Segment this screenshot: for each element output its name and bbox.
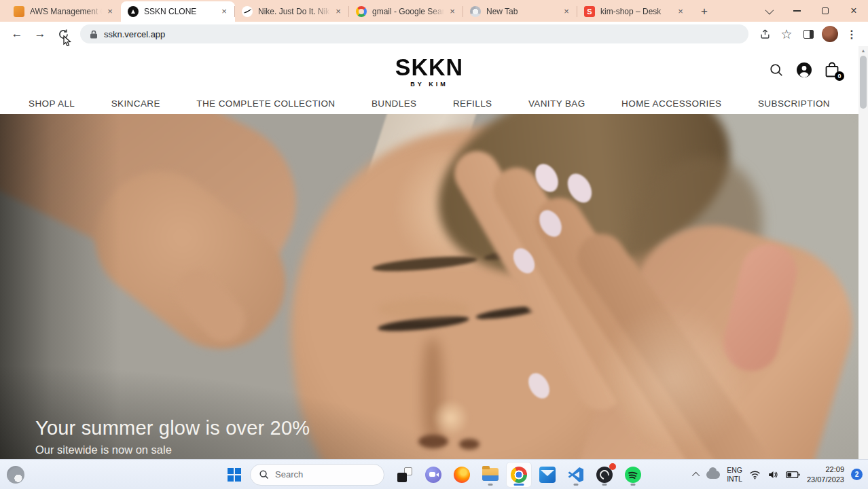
onedrive-icon[interactable]	[706, 471, 720, 479]
aws-icon	[14, 6, 24, 17]
tab-close-icon[interactable]: ×	[675, 6, 686, 17]
tab-sskn-clone[interactable]: SSKN CLONE ×	[121, 1, 235, 22]
logo-subtext: BY KIM	[0, 81, 858, 88]
tab-title: New Tab	[486, 7, 558, 16]
account-icon[interactable]	[795, 61, 813, 79]
windows-logo-icon	[228, 468, 241, 482]
vscode-icon[interactable]	[564, 463, 588, 487]
clock[interactable]: 22:09 23/07/2023	[807, 465, 844, 484]
share-icon[interactable]	[755, 24, 774, 43]
cart-count-badge: 0	[835, 71, 844, 81]
tab-close-icon[interactable]: ×	[219, 6, 230, 17]
chrome-app-icon[interactable]	[507, 463, 531, 487]
browser-tab-bar: AWS Management Co × SSKN CLONE × Nike. J…	[0, 0, 868, 22]
lang-line2: INTL	[727, 475, 742, 483]
tab-close-icon[interactable]: ×	[105, 6, 115, 17]
tray-date: 23/07/2023	[807, 475, 844, 484]
taskbar-search[interactable]: Search	[250, 464, 384, 486]
tab-title: kim-shop – Desk	[600, 7, 672, 16]
system-tray: ENG INTL 22:09 23/07/2023 2	[694, 460, 863, 489]
tab-gmail-search[interactable]: gmail - Google Search ×	[349, 1, 463, 22]
obs-notification-dot	[609, 463, 616, 470]
scrollbar-thumb[interactable]	[860, 56, 867, 109]
nav-refills[interactable]: REFILLS	[453, 98, 492, 109]
forward-button[interactable]: →	[31, 24, 50, 43]
lang-line1: ENG	[727, 466, 742, 474]
page-content: SKKN BY KIM 0 SHOP ALL SKINCARE THE COMP…	[0, 46, 858, 489]
tab-title: SSKN CLONE	[144, 7, 216, 16]
site-logo[interactable]: SKKN BY KIM	[0, 56, 858, 88]
desktop: AWS Management Co × SSKN CLONE × Nike. J…	[0, 0, 868, 489]
file-explorer-icon[interactable]	[478, 463, 503, 487]
obs-icon[interactable]	[592, 463, 617, 487]
tab-aws-management[interactable]: AWS Management Co ×	[7, 1, 121, 22]
maximize-button[interactable]	[811, 0, 839, 22]
spotify-icon[interactable]	[621, 463, 645, 487]
search-label: Search	[275, 469, 303, 479]
close-window-button[interactable]: ×	[839, 0, 868, 22]
start-button[interactable]	[223, 463, 246, 486]
tab-new-tab[interactable]: New Tab ×	[463, 1, 577, 22]
nav-shop-all[interactable]: SHOP ALL	[29, 98, 75, 109]
hero-image: Your summer glow is over 20% Our sitewid…	[0, 114, 858, 489]
tab-search-chevron-icon[interactable]	[754, 0, 782, 22]
cart-bag-icon[interactable]: 0	[823, 61, 841, 79]
nike-icon	[242, 6, 253, 17]
main-navigation: SHOP ALL SKINCARE THE COMPLETE COLLECTIO…	[0, 91, 858, 115]
taskbar-center: Search	[223, 463, 645, 487]
google-icon	[356, 6, 367, 17]
sanity-icon: S	[584, 6, 595, 17]
side-panel-icon[interactable]	[799, 24, 818, 43]
minimize-button[interactable]	[782, 0, 811, 22]
battery-icon[interactable]	[786, 471, 800, 479]
new-tab-button[interactable]: +	[695, 3, 713, 20]
notification-count-badge[interactable]: 2	[851, 469, 863, 480]
browser-menu-icon[interactable]: ⋮	[842, 24, 861, 43]
nav-complete-collection[interactable]: THE COMPLETE COLLECTION	[196, 98, 335, 109]
page-scrollbar[interactable]: ▲	[858, 46, 868, 489]
hero-title: Your summer glow is over 20%	[35, 417, 310, 439]
reload-button[interactable]	[54, 24, 73, 43]
chat-app-icon[interactable]	[421, 463, 446, 487]
hero-subtitle: Our sitewide is now on sale	[35, 443, 310, 456]
tab-close-icon[interactable]: ×	[333, 6, 344, 17]
windows-taskbar: Search ENG INTL	[0, 459, 868, 489]
profile-avatar[interactable]	[820, 24, 839, 43]
lock-icon	[90, 30, 98, 39]
tab-title: gmail - Google Search	[372, 7, 444, 16]
tab-title: AWS Management Co	[30, 7, 102, 16]
hidden-icons-chevron[interactable]	[692, 471, 700, 479]
tab-close-icon[interactable]: ×	[561, 6, 572, 17]
task-view-button[interactable]	[393, 463, 417, 487]
window-controls: ×	[754, 0, 868, 22]
tab-nike[interactable]: Nike. Just Do It. Nike ×	[235, 1, 349, 22]
chrome-icon	[470, 6, 481, 17]
language-indicator[interactable]: ENG INTL	[727, 466, 742, 482]
search-icon	[259, 469, 269, 479]
wifi-icon[interactable]	[749, 470, 761, 479]
tab-kim-shop[interactable]: S kim-shop – Desk ×	[577, 1, 691, 22]
tab-close-icon[interactable]: ×	[447, 6, 458, 17]
bookmark-star-icon[interactable]: ☆	[777, 24, 796, 43]
tray-time: 22:09	[825, 465, 844, 473]
nav-vanity-bag[interactable]: VANITY BAG	[528, 98, 585, 109]
mouse-cursor	[63, 35, 72, 47]
vercel-icon	[128, 6, 139, 17]
nav-skincare[interactable]: SKINCARE	[111, 98, 160, 109]
nav-home-accessories[interactable]: HOME ACCESSORIES	[621, 98, 721, 109]
search-icon[interactable]	[767, 61, 785, 79]
url-text: sskn.vercel.app	[104, 29, 165, 39]
browser-toolbar: ← → sskn.vercel.app ☆ ⋮	[0, 22, 868, 46]
volume-icon[interactable]	[767, 470, 779, 479]
logo-text: SKKN	[0, 56, 858, 79]
firefox-icon[interactable]	[450, 463, 474, 487]
back-button[interactable]: ←	[7, 24, 26, 43]
address-bar[interactable]: sskn.vercel.app	[80, 24, 748, 43]
toolbar-right: ☆ ⋮	[754, 24, 863, 43]
taskbar-corner-icon[interactable]	[7, 466, 24, 484]
mail-app-icon[interactable]	[535, 463, 560, 487]
tab-title: Nike. Just Do It. Nike	[258, 7, 330, 16]
scrollbar-up-icon[interactable]: ▲	[858, 46, 868, 56]
nav-bundles[interactable]: BUNDLES	[372, 98, 417, 109]
nav-subscription[interactable]: SUBSCRIPTION	[758, 98, 830, 109]
